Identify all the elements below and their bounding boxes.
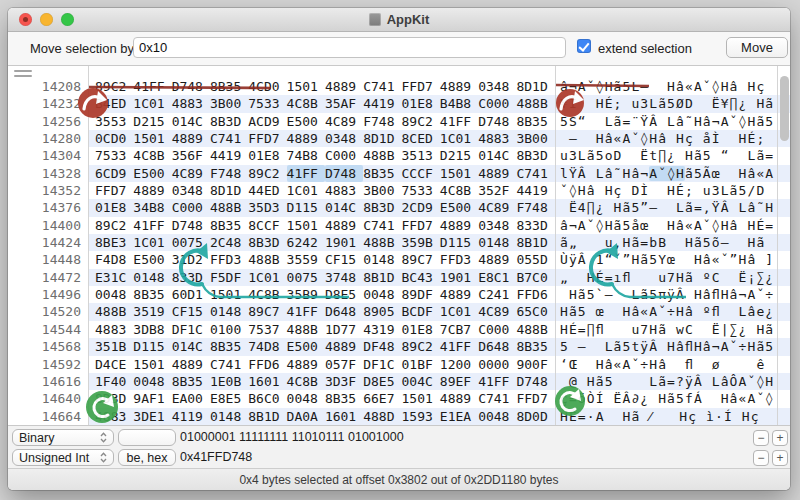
hex-group[interactable]: C000: [325, 147, 363, 164]
hex-group[interactable]: FFD6: [248, 356, 286, 373]
hex-group[interactable]: 3B00: [210, 95, 248, 112]
hex-group[interactable]: C000: [478, 321, 516, 338]
hex-group[interactable]: 488D: [363, 408, 401, 425]
add-inspector-row-button[interactable]: +: [772, 430, 788, 446]
hex-group[interactable]: 41FF: [478, 373, 516, 390]
decoded-text[interactable]: 5 — Lã5tÿÂ HâﬂHâ¬Aˇ÷Hã5: [555, 338, 777, 355]
hex-group[interactable]: 0148: [363, 251, 401, 268]
hex-group[interactable]: F748: [363, 113, 401, 130]
decoded-text[interactable]: HÉ=∏ﬂ u7Hã wC Ë|∑¿ Hã: [555, 321, 777, 338]
hex-group[interactable]: 4419: [363, 95, 401, 112]
hex-group[interactable]: E500: [287, 113, 325, 130]
move-button[interactable]: Move: [726, 37, 788, 58]
hex-bytes[interactable]: 1F4000488B351E0B16014C8B3D3FD8E5004C89EF…: [88, 373, 555, 390]
decoded-text[interactable]: Hã5`— Lã5πÿÂ HâﬂHâ¬Aˇ÷: [555, 286, 777, 303]
hex-group[interactable]: 0348: [478, 217, 516, 234]
hex-group[interactable]: 1C01: [440, 130, 478, 147]
hex-group[interactable]: 8B3D: [210, 113, 248, 130]
hex-group[interactable]: 014C: [325, 199, 363, 216]
hex-group[interactable]: 8B3D: [248, 234, 286, 251]
hex-group[interactable]: 4419: [210, 147, 248, 164]
hex-group[interactable]: FFD3: [210, 251, 248, 268]
hex-group[interactable]: 8B3D: [516, 147, 554, 164]
hex-group[interactable]: 3B00: [363, 182, 401, 199]
hex-group[interactable]: 4C8B: [133, 147, 171, 164]
decoded-text[interactable]: lŸÂ Lâ˜Hâ¬Aˇ◊Hã5Ãœ Hâ«A: [555, 165, 777, 182]
hex-group[interactable]: D8E5: [363, 373, 401, 390]
hex-bytes[interactable]: 75334C8B356F441901E874B8C000488B3513D215…: [88, 147, 555, 164]
hex-group[interactable]: 1601: [325, 408, 363, 425]
hex-group[interactable]: E8E5: [210, 390, 248, 407]
remove-inspector-row-button[interactable]: −: [753, 430, 769, 446]
hex-group[interactable]: 1501: [133, 356, 171, 373]
hex-group[interactable]: 8B1D: [516, 234, 554, 251]
hex-bytes[interactable]: 89C241FFD7488B358CCF15014889C741FFD74889…: [88, 217, 555, 234]
hex-group[interactable]: 74B8: [287, 147, 325, 164]
hex-group[interactable]: 4883: [95, 321, 133, 338]
hex-group[interactable]: E1EA: [440, 408, 478, 425]
hex-group[interactable]: 4889: [478, 251, 516, 268]
hex-group[interactable]: 6242: [287, 234, 325, 251]
hex-group[interactable]: 9AF1: [133, 390, 171, 407]
hex-group[interactable]: F4D8: [95, 251, 133, 268]
hex-group[interactable]: 7CB7: [440, 321, 478, 338]
hex-group[interactable]: 359B: [402, 234, 440, 251]
hex-group[interactable]: BC43: [402, 269, 440, 286]
hex-group[interactable]: 1C01: [287, 182, 325, 199]
hex-group[interactable]: 8D1D: [363, 130, 401, 147]
hex-bytes[interactable]: FFD7488903488D1D44ED1C0148833B0075334C8B…: [88, 182, 555, 199]
format-dropdown[interactable]: be, hex: [118, 449, 176, 466]
hex-group[interactable]: 4C89: [172, 165, 210, 182]
hex-group[interactable]: 0048: [133, 373, 171, 390]
hex-group[interactable]: 004C: [402, 373, 440, 390]
hex-group[interactable]: FFD7: [95, 182, 133, 199]
hex-group[interactable]: 0048: [363, 286, 401, 303]
hex-group[interactable]: 8B35: [133, 286, 171, 303]
hex-group[interactable]: 89C2: [95, 78, 133, 95]
hex-group[interactable]: 8BE3: [95, 234, 133, 251]
hex-group[interactable]: 41FF: [133, 78, 171, 95]
decoded-text[interactable]: HÉ=·A Hã ⁄ Hç ì·Í Hç: [555, 408, 777, 425]
type-dropdown[interactable]: Binary: [12, 429, 114, 446]
hex-group[interactable]: 89EF: [440, 373, 478, 390]
hex-group[interactable]: 1501: [287, 217, 325, 234]
hex-group[interactable]: B7C0: [516, 269, 554, 286]
hex-group[interactable]: 3519: [133, 303, 171, 320]
hex-group[interactable]: 7537: [248, 321, 286, 338]
hex-group[interactable]: 3DE1: [133, 408, 171, 425]
minimize-button[interactable]: [40, 13, 53, 26]
hex-group[interactable]: 0048: [95, 286, 133, 303]
hex-group[interactable]: 057F: [325, 356, 363, 373]
hex-group[interactable]: D748: [172, 217, 210, 234]
hex-group[interactable]: 4C8B: [440, 182, 478, 199]
hex-group[interactable]: 6CD9: [95, 165, 133, 182]
hex-group[interactable]: 8B35: [516, 113, 554, 130]
hex-group[interactable]: 0348: [172, 182, 210, 199]
hex-group[interactable]: 3D3F: [325, 373, 363, 390]
decoded-text[interactable]: u3Lã5oD Ët∏¿ Hã5 “ Lã=: [555, 147, 777, 164]
hex-group[interactable]: F748: [516, 199, 554, 216]
hex-group[interactable]: E500: [440, 199, 478, 216]
hex-group[interactable]: C741: [363, 217, 401, 234]
hex-group[interactable]: 8B35: [210, 217, 248, 234]
hex-group[interactable]: D115: [287, 199, 325, 216]
hex-group[interactable]: CF15: [172, 303, 210, 320]
hex-group[interactable]: C741: [478, 390, 516, 407]
hex-group[interactable]: DA0A: [287, 408, 325, 425]
hex-group[interactable]: 8B35: [363, 165, 401, 182]
hex-group[interactable]: DF1C: [363, 356, 401, 373]
vertical-scrollbar-thumb[interactable]: [780, 76, 789, 141]
hex-group[interactable]: FFD7: [248, 130, 286, 147]
decoded-text[interactable]: ‘Œ Hâ«Aˇ÷Hâ ﬂ ø ê: [555, 356, 777, 373]
hex-group[interactable]: 014C: [172, 338, 210, 355]
hex-group[interactable]: C000: [172, 199, 210, 216]
hex-group[interactable]: 0148: [133, 269, 171, 286]
hex-group[interactable]: 31D2: [172, 251, 210, 268]
hex-group[interactable]: 1501: [210, 286, 248, 303]
hex-bytes[interactable]: 488B3519CF15014889C741FFD6488905BCDF1C01…: [88, 303, 555, 320]
zoom-button[interactable]: [61, 13, 74, 26]
close-button[interactable]: [19, 13, 32, 26]
title-bar[interactable]: AppKit: [8, 8, 790, 32]
decoded-text[interactable]: Hã5 œ Hâ«Aˇ÷Hâ ºﬂ Lâe¿: [555, 303, 777, 320]
hex-group[interactable]: 4889: [440, 390, 478, 407]
